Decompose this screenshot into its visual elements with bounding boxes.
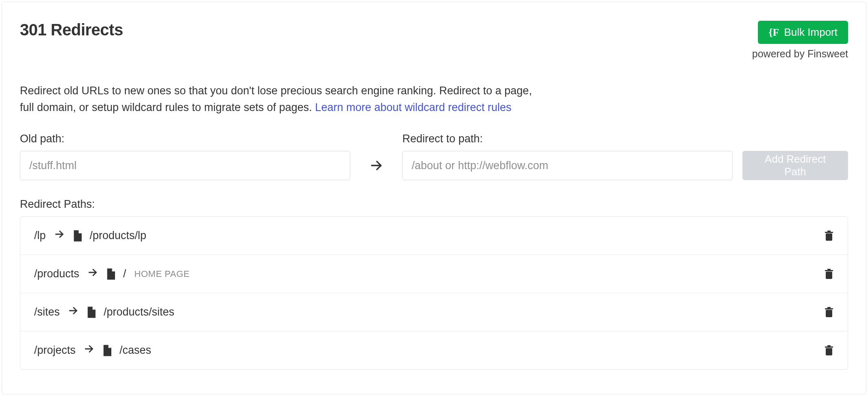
redirect-row: /lp /products/lp: [20, 217, 848, 255]
redirect-row-content: /projects /cases: [34, 344, 151, 357]
old-path-text: /products: [34, 268, 79, 280]
redirects-panel: 301 Redirects {F Bulk Import powered by …: [2, 2, 866, 394]
redirect-to-field: Redirect to path:: [402, 133, 733, 180]
svg-rect-11: [825, 308, 833, 309]
page-title: 301 Redirects: [20, 21, 123, 39]
svg-rect-3: [825, 232, 833, 233]
finsweet-logo-icon: {F: [768, 26, 779, 39]
page-icon: [102, 345, 111, 356]
page-icon: [87, 307, 95, 318]
old-path-field: Old path:: [20, 133, 350, 180]
target-path-text: /products/sites: [104, 306, 174, 318]
separator-text: /: [123, 268, 126, 280]
bulk-import-label: Bulk Import: [784, 26, 838, 39]
description-text: Redirect old URLs to new ones so that yo…: [20, 83, 532, 115]
redirect-list: /lp /products/lp /products / HOME PAGE /…: [20, 216, 848, 370]
redirect-row: /projects /cases: [20, 331, 848, 369]
arrow-icon: [54, 229, 65, 242]
delete-icon[interactable]: [824, 268, 834, 280]
svg-rect-4: [827, 231, 831, 232]
old-path-text: /lp: [34, 229, 46, 242]
delete-icon[interactable]: [824, 230, 834, 242]
old-path-text: /projects: [34, 344, 76, 357]
redirect-form: Old path: Redirect to path: Add Redirect…: [20, 133, 848, 180]
delete-icon[interactable]: [824, 345, 834, 356]
svg-rect-7: [825, 270, 833, 271]
redirect-row-content: /products / HOME PAGE: [34, 267, 190, 281]
arrow-icon: [84, 344, 94, 357]
target-path-text: /cases: [119, 344, 151, 357]
old-path-label: Old path:: [20, 133, 350, 145]
arrow-icon: [68, 305, 78, 319]
svg-rect-8: [827, 269, 831, 270]
page-icon: [73, 230, 82, 242]
svg-rect-10: [826, 310, 832, 317]
arrow-icon: [87, 267, 98, 281]
target-path-text: /products/lp: [90, 229, 147, 242]
svg-rect-6: [826, 272, 832, 279]
svg-rect-16: [827, 345, 831, 346]
redirect-to-input[interactable]: [402, 151, 733, 180]
page-icon: [106, 268, 115, 280]
old-path-text: /sites: [34, 306, 60, 318]
redirect-to-label: Redirect to path:: [402, 133, 733, 145]
redirect-paths-label: Redirect Paths:: [20, 198, 848, 211]
learn-more-link[interactable]: Learn more about wildcard redirect rules: [315, 101, 511, 113]
redirect-row: /sites /products/sites: [20, 293, 848, 331]
redirect-row-content: /sites /products/sites: [34, 305, 174, 319]
svg-rect-14: [826, 348, 832, 355]
bulk-import-button[interactable]: {F Bulk Import: [758, 21, 848, 44]
header-row: 301 Redirects {F Bulk Import powered by …: [20, 21, 848, 60]
redirect-row-content: /lp /products/lp: [34, 229, 146, 242]
svg-rect-2: [826, 233, 832, 241]
redirect-row: /products / HOME PAGE: [20, 255, 848, 293]
powered-by-text: powered by Finsweet: [752, 48, 848, 60]
add-redirect-button[interactable]: Add Redirect Path: [742, 151, 848, 180]
home-page-label: HOME PAGE: [135, 269, 190, 279]
svg-rect-12: [827, 307, 831, 308]
arrow-icon: [360, 151, 393, 180]
svg-rect-15: [825, 346, 833, 348]
old-path-input[interactable]: [20, 151, 350, 180]
delete-icon[interactable]: [824, 307, 834, 318]
bulk-import-group: {F Bulk Import powered by Finsweet: [752, 21, 848, 60]
